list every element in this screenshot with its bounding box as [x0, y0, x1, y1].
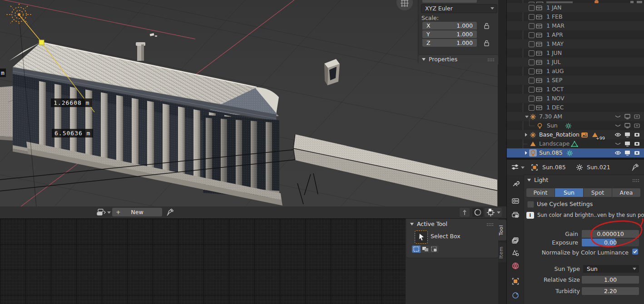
- disable-render-icon[interactable]: [634, 113, 640, 120]
- scale-z-field[interactable]: Z 1.000: [422, 39, 477, 47]
- sun-type-dropdown[interactable]: Sun: [583, 265, 639, 273]
- exclude-checkbox[interactable]: [529, 105, 535, 111]
- tab-tool-icon[interactable]: [507, 178, 524, 190]
- select-mode-subtract-button[interactable]: [430, 245, 439, 253]
- tab-scene-icon[interactable]: [507, 247, 524, 259]
- wall-object[interactable]: [293, 134, 497, 206]
- gain-field[interactable]: 0.000010: [582, 230, 639, 238]
- light-handle[interactable]: [39, 40, 44, 45]
- new-button[interactable]: + New: [112, 208, 162, 216]
- tab-output-icon[interactable]: [507, 209, 524, 221]
- hide-eye-closed-icon[interactable]: [614, 113, 621, 120]
- enable-viewport-icon[interactable]: [624, 150, 631, 156]
- hide-eye-open-icon[interactable]: [614, 132, 621, 138]
- outliner-row[interactable]: Sun: [507, 121, 644, 130]
- sun-breadcrumb-icon[interactable]: [576, 164, 583, 171]
- floating-block-object[interactable]: [324, 59, 340, 85]
- tab-physics-icon[interactable]: [507, 301, 524, 304]
- tab-view-layer-icon[interactable]: [507, 235, 524, 246]
- exposure-slider[interactable]: 0.00: [582, 239, 639, 246]
- breadcrumb-object[interactable]: Sun.085: [542, 164, 566, 171]
- scale-y-field[interactable]: Y 1.000: [422, 30, 477, 38]
- editor-type-button[interactable]: [95, 208, 112, 217]
- exclude-checkbox[interactable]: [529, 23, 535, 29]
- expand-icon[interactable]: [525, 133, 527, 137]
- breadcrumb-data[interactable]: Sun.021: [587, 164, 610, 171]
- outliner-row-selected[interactable]: Sun.085: [507, 148, 644, 157]
- light-type-sun[interactable]: Sun: [555, 188, 583, 197]
- editor-type-icon[interactable]: [510, 163, 525, 172]
- expand-icon[interactable]: [525, 116, 529, 118]
- hide-eye-closed-icon[interactable]: [614, 123, 621, 129]
- outliner-row[interactable]: 1 JUN: [507, 49, 644, 58]
- enable-render-icon[interactable]: [634, 150, 640, 156]
- tab-render-icon[interactable]: [507, 195, 524, 207]
- relative-size-field[interactable]: 1.00: [582, 276, 639, 284]
- temple-object[interactable]: [9, 33, 282, 206]
- 3d-viewport[interactable]: 1.26608 m 6.50636 m m XYZ Euler Scale: X…: [0, 0, 506, 207]
- active-tool-button[interactable]: [415, 230, 428, 244]
- rotation-field-partial[interactable]: [422, 0, 477, 3]
- outliner-row-partial[interactable]: [507, 0, 644, 3]
- tab-constraints-icon[interactable]: [507, 289, 524, 301]
- select-mode-new-button[interactable]: [412, 245, 421, 253]
- panel-grip-icon[interactable]: [486, 223, 494, 226]
- disable-viewport-icon[interactable]: [624, 123, 631, 129]
- outliner-row[interactable]: 7.30 AM: [507, 112, 644, 121]
- light-panel-header[interactable]: Light: [524, 176, 644, 185]
- panel-grip-icon[interactable]: [632, 179, 639, 182]
- enable-viewport-icon[interactable]: [624, 132, 631, 138]
- proportional-editing-button[interactable]: [472, 208, 483, 217]
- outliner-row[interactable]: 1 aUG: [507, 67, 644, 76]
- exclude-checkbox[interactable]: [529, 50, 535, 56]
- disable-render-icon[interactable]: [634, 123, 640, 129]
- light-type-area[interactable]: Area: [612, 188, 640, 197]
- panel-grip-icon[interactable]: [487, 58, 495, 61]
- outliner-row[interactable]: 1 JAN: [507, 3, 644, 12]
- snapping-widget[interactable]: [485, 208, 502, 217]
- turbidity-field[interactable]: 2.20: [582, 287, 639, 295]
- exclude-checkbox[interactable]: [529, 59, 535, 65]
- exclude-checkbox[interactable]: [529, 5, 535, 11]
- outliner-row[interactable]: 1 MAR: [507, 21, 644, 30]
- rotation-mode-dropdown[interactable]: XYZ Euler: [421, 4, 497, 13]
- tab-tool[interactable]: Tool: [498, 220, 506, 240]
- light-type-point[interactable]: Point: [526, 188, 555, 197]
- node-grid-area[interactable]: [0, 219, 406, 304]
- pin-icon[interactable]: [165, 208, 174, 217]
- tab-world-icon[interactable]: [507, 260, 524, 272]
- outliner-row[interactable]: 1 SEP: [507, 76, 644, 85]
- outliner-row[interactable]: 1 NOV: [507, 94, 644, 103]
- select-mode-extend-button[interactable]: [421, 245, 430, 253]
- up-arrow-button[interactable]: [460, 208, 470, 217]
- tab-item[interactable]: Item: [498, 242, 506, 262]
- outliner-row[interactable]: Base_Rotation +99: [507, 130, 644, 139]
- outliner-row[interactable]: 1 FEB: [507, 12, 644, 21]
- hide-eye-open-icon[interactable]: [614, 150, 621, 156]
- enable-viewport-icon[interactable]: [624, 141, 631, 147]
- disable-viewport-icon[interactable]: [624, 113, 631, 120]
- outliner-row[interactable]: 1 JUL: [507, 58, 644, 67]
- exclude-checkbox[interactable]: [529, 69, 535, 74]
- expand-icon[interactable]: [525, 151, 527, 155]
- hide-eye-closed-icon[interactable]: [614, 141, 621, 147]
- object-breadcrumb-icon[interactable]: [531, 164, 538, 171]
- properties-panel-header[interactable]: Properties: [418, 54, 498, 64]
- outliner-row[interactable]: 1 MAY: [507, 39, 644, 49]
- outliner-row[interactable]: 1 APR: [507, 30, 644, 39]
- pin-icon[interactable]: [630, 163, 639, 172]
- exclude-checkbox[interactable]: [529, 96, 535, 102]
- scale-x-field[interactable]: X 1.000: [422, 22, 477, 29]
- tab-object-icon[interactable]: [507, 275, 524, 287]
- normalize-checkbox[interactable]: [632, 249, 638, 255]
- use-cycles-checkbox[interactable]: [527, 201, 534, 208]
- light-type-spot[interactable]: Spot: [584, 188, 612, 197]
- nav-gizmo-grid-icon[interactable]: [396, 0, 413, 10]
- exclude-checkbox[interactable]: [529, 78, 535, 83]
- active-tool-header[interactable]: Active Tool: [406, 220, 447, 229]
- exclude-checkbox[interactable]: [529, 87, 535, 93]
- enable-render-icon[interactable]: [634, 141, 640, 147]
- exclude-checkbox[interactable]: [529, 41, 535, 47]
- exclude-checkbox[interactable]: [529, 32, 535, 38]
- enable-render-icon[interactable]: [634, 132, 640, 138]
